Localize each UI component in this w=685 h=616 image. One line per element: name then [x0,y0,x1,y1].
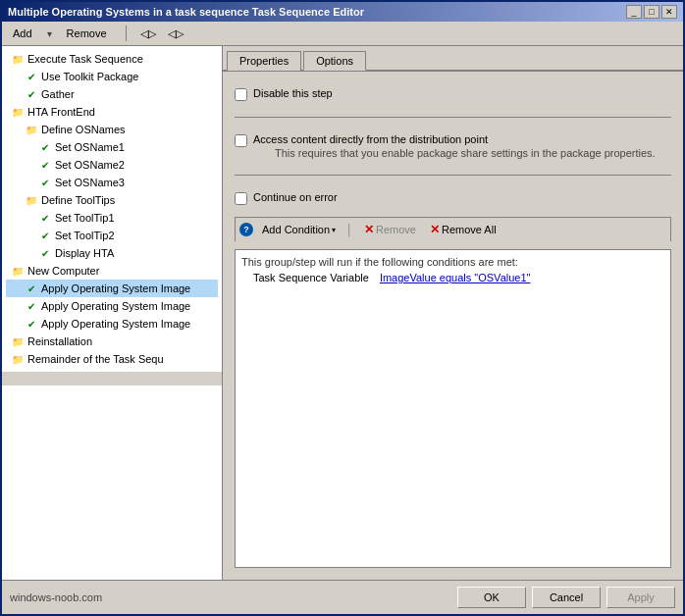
remove-all-label: Remove All [442,224,497,235]
add-condition-button[interactable]: Add Condition ▾ [257,222,341,237]
conditions-toolbar: ? Add Condition ▾ │ ✕ Remove ✕ Remove Al… [235,217,671,241]
tree-item-label: Apply Operating System Image [41,300,190,312]
access-content-row: Access content directly from the distrib… [235,129,671,163]
folder-icon: 📁 [10,351,26,367]
tree-item-label: Gather [41,88,75,100]
check-icon: ✔ [37,210,53,226]
dialog-buttons: OK Cancel Apply [457,587,675,608]
list-item[interactable]: ✔ Use Toolkit Package [6,68,218,85]
tree-item-label: Use Toolkit Package [41,71,138,82]
help-icon: ? [239,223,253,236]
list-item[interactable]: ✔ Set OSName2 [6,156,218,174]
horizontal-scrollbar[interactable] [2,372,222,385]
list-item[interactable]: 📁 HTA FrontEnd [6,103,218,121]
remove-all-button[interactable]: ✕ Remove All [425,221,501,238]
conditions-area: This group/step will run if the followin… [235,249,671,568]
access-content-label: Access content directly from the distrib… [253,133,656,145]
list-item[interactable]: 📁 Reinstallation [6,333,218,350]
tree-item-label: Define OSNames [41,124,126,135]
remove-menu-button[interactable]: Remove [60,26,114,41]
remove-x-icon: ✕ [364,223,374,236]
tree-item-label: HTA FrontEnd [27,106,95,118]
add-condition-label: Add Condition [262,224,330,235]
remove-condition-button[interactable]: ✕ Remove [359,221,421,238]
folder-icon: 📁 [24,192,39,208]
window-controls: _ □ ✕ [626,5,677,19]
tree-item-label: Reinstallation [27,335,92,347]
condition-line: Task Sequence Variable ImageValue equals… [241,272,664,283]
divider1 [235,117,671,118]
condition-link[interactable]: ImageValue equals "OSValue1" [380,272,531,283]
folder-icon: 📁 [10,104,26,120]
tab-options[interactable]: Options [303,51,366,71]
list-item[interactable]: ✔ Set OSName1 [6,138,218,156]
check-icon: ✔ [37,157,53,173]
tree-item-label: Apply Operating System Image [41,318,190,330]
tree-item-label: New Computer [27,265,99,277]
check-icon: ✔ [24,298,39,314]
tree-panel: 📁 Execute Task Sequence ✔ Use Toolkit Pa… [2,46,223,580]
list-item[interactable]: 📁 Define ToolTips [6,191,218,209]
folder-icon: 📁 [10,334,26,349]
main-window: Multiple Operating Systems in a task seq… [0,0,685,616]
add-menu-button[interactable]: Add [6,26,39,41]
root-folder-icon: 📁 [10,51,26,67]
bottom-bar: windows-noob.com OK Cancel Apply [2,580,683,614]
access-content-sub: This requires that you enable package sh… [275,147,656,159]
list-item[interactable]: 📁 New Computer [6,262,218,280]
remove-all-x-icon: ✕ [430,223,440,236]
check-icon: ✔ [37,139,53,155]
list-item[interactable]: ✔ Apply Operating System Image [6,280,218,297]
list-item[interactable]: 📁 Remainder of the Task Sequ [6,350,218,368]
toolbar-icon1[interactable]: ◁▷ [138,24,158,43]
title-bar: Multiple Operating Systems in a task seq… [2,2,683,22]
close-button[interactable]: ✕ [661,5,677,19]
disable-step-label: Disable this step [253,87,333,99]
list-item[interactable]: ✔ Gather [6,85,218,103]
list-item[interactable]: ✔ Display HTA [6,244,218,262]
access-content-checkbox[interactable] [235,134,247,147]
tree-item-label: Display HTA [55,247,114,259]
tree-root[interactable]: 📁 Execute Task Sequence [6,50,218,68]
tree-item-label: Set OSName3 [55,177,125,188]
maximize-button[interactable]: □ [644,5,659,19]
list-item[interactable]: ✔ Set ToolTip2 [6,227,218,244]
menu-bar: Add ▾ Remove ◁▷ ◁▷ [2,22,683,46]
tree-item-label: Set OSName1 [55,141,125,153]
tree-container: 📁 Execute Task Sequence ✔ Use Toolkit Pa… [2,46,222,372]
tree-item-label: Remainder of the Task Sequ [27,353,164,365]
remove-condition-label: Remove [376,224,416,235]
tree-root-label: Execute Task Sequence [27,53,143,65]
apply-button[interactable]: Apply [606,587,675,608]
disable-step-row: Disable this step [235,83,671,105]
continue-on-error-row: Continue on error [235,187,671,209]
tree-item-label: Define ToolTips [41,194,115,206]
tree-item-label: Set ToolTip1 [55,212,115,224]
list-item[interactable]: ✔ Set OSName3 [6,174,218,191]
disable-step-checkbox[interactable] [235,88,247,101]
check-icon: ✔ [24,86,39,102]
right-panel: Properties Options Disable this step [223,46,683,580]
cancel-button[interactable]: Cancel [532,587,601,608]
list-item[interactable]: ✔ Set ToolTip1 [6,209,218,227]
check-icon: ✔ [37,228,53,243]
options-content: Disable this step Access content directl… [223,72,683,580]
divider2 [235,175,671,176]
check-icon: ✔ [24,69,39,84]
folder-icon: 📁 [10,263,26,279]
toolbar-icon2[interactable]: ◁▷ [166,24,185,43]
list-item[interactable]: 📁 Define OSNames [6,121,218,138]
conditions-text: This group/step will run if the followin… [241,256,664,268]
check-icon: ✔ [24,316,39,332]
list-item[interactable]: ✔ Apply Operating System Image [6,297,218,315]
ok-button[interactable]: OK [457,587,526,608]
continue-on-error-checkbox[interactable] [235,192,247,205]
check-icon: ✔ [37,175,53,190]
minimize-button[interactable]: _ [626,5,642,19]
tree-item-label: Set ToolTip2 [55,230,115,241]
tree-item-label: Set OSName2 [55,159,125,171]
tab-bar: Properties Options [223,46,683,72]
list-item[interactable]: ✔ Apply Operating System Image [6,315,218,333]
tab-properties[interactable]: Properties [227,51,301,71]
check-icon: ✔ [37,245,53,261]
